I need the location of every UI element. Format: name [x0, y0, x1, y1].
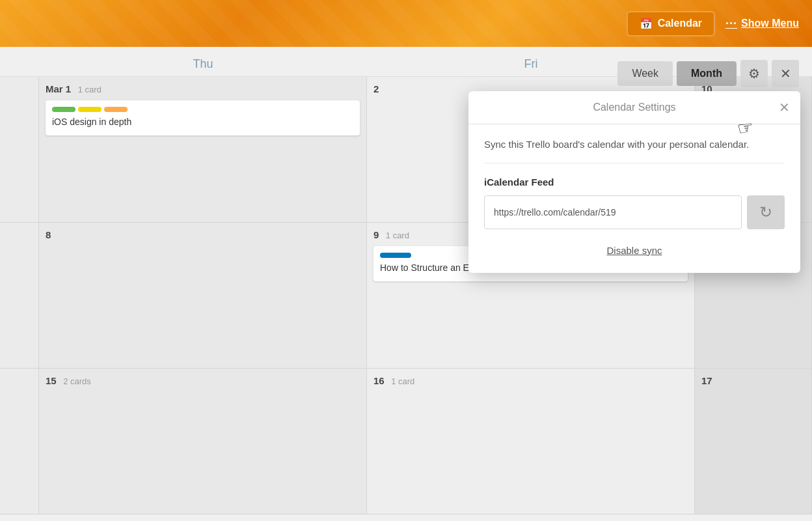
settings-description: Sync this Trello board's calendar with y… [484, 137, 785, 163]
card-title: iOS design in depth [52, 116, 353, 129]
label-blue [380, 253, 411, 258]
settings-close-button[interactable]: ✕ [779, 100, 790, 115]
card-ios-design[interactable]: iOS design in depth [46, 100, 360, 135]
close-calendar-button[interactable]: ✕ [772, 60, 799, 87]
thu-header: Thu [39, 57, 367, 71]
day-number: 17 [701, 375, 805, 387]
show-menu-button[interactable]: ··· Show Menu [725, 17, 799, 31]
week-number-cell [0, 369, 39, 514]
day-number: 8 [46, 229, 360, 241]
label-orange [104, 107, 128, 112]
calendar-settings-panel: Calendar Settings ✕ Sync this Trello boa… [468, 91, 800, 273]
calendar-label: Calendar [658, 18, 702, 29]
day-cell-mar1[interactable]: Mar 1 1 card iOS design in depth [39, 77, 367, 222]
settings-body: Sync this Trello board's calendar with y… [468, 124, 800, 273]
header-right: 📅 Calendar ··· Show Menu [627, 11, 799, 36]
calendar-button[interactable]: 📅 Calendar [627, 11, 715, 36]
card-labels [52, 107, 353, 112]
label-yellow [78, 107, 102, 112]
show-menu-label: Show Menu [741, 18, 799, 29]
gear-icon: ⚙ [748, 66, 760, 81]
feed-row: ↻ [484, 195, 785, 229]
sidebar-spacer [0, 57, 39, 71]
settings-gear-button[interactable]: ⚙ [740, 60, 768, 87]
feed-refresh-button[interactable]: ↻ [747, 195, 785, 229]
app-header: 📅 Calendar ··· Show Menu [0, 0, 812, 47]
day-cell-15[interactable]: 15 2 cards [39, 369, 367, 514]
icalendar-feed-label: iCalendar Feed [484, 176, 785, 188]
view-controls: Week Month ⚙ ✕ [617, 60, 799, 87]
month-view-button[interactable]: Month [677, 61, 737, 86]
label-green [52, 107, 75, 112]
week-number-cell [0, 223, 39, 368]
day-number: 15 2 cards [46, 375, 360, 387]
day-cell-17[interactable]: 17 [695, 369, 812, 514]
day-cell-16[interactable]: 16 1 card [367, 369, 695, 514]
feed-url-input[interactable] [484, 195, 742, 229]
dots-icon: ··· [725, 17, 737, 31]
settings-header: Calendar Settings ✕ [468, 91, 800, 124]
calendar-main: Week Month ⚙ ✕ Thu Fri Mar 1 1 card [0, 47, 812, 521]
close-icon: ✕ [780, 66, 791, 81]
week-number-cell [0, 77, 39, 222]
day-number: Mar 1 1 card [46, 83, 360, 95]
table-row: 15 2 cards 16 1 card 17 [0, 369, 812, 514]
disable-sync-link[interactable]: Disable sync [484, 240, 785, 260]
week-view-button[interactable]: Week [617, 61, 673, 86]
settings-title: Calendar Settings [593, 102, 675, 113]
refresh-icon: ↻ [759, 203, 772, 221]
calendar-icon: 📅 [640, 18, 653, 30]
day-cell-8[interactable]: 8 [39, 223, 367, 368]
day-number: 16 1 card [373, 375, 688, 387]
